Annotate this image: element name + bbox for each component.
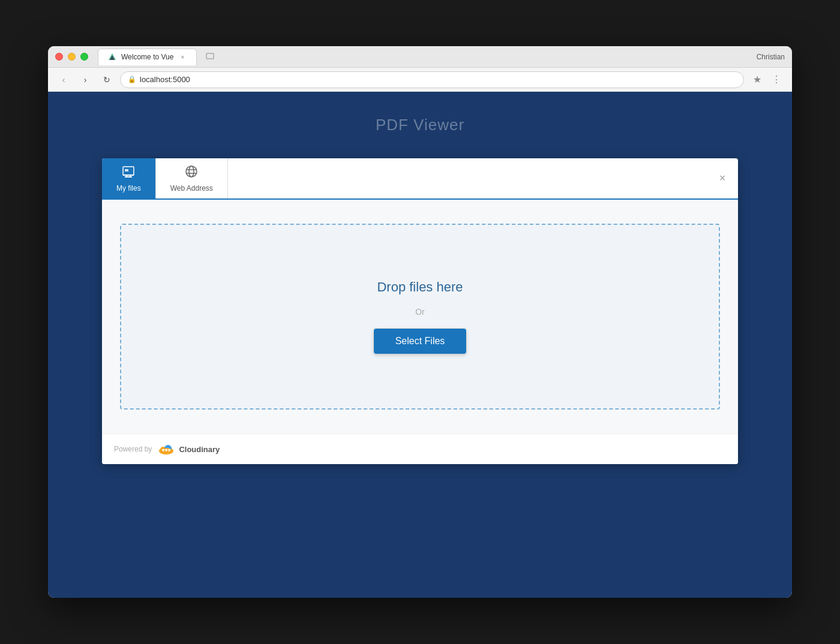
tab-favicon — [108, 53, 116, 61]
svg-point-10 — [189, 166, 194, 177]
powered-by-text: Powered by — [114, 445, 152, 453]
url-bar[interactable]: 🔒 localhost:5000 — [120, 71, 744, 88]
address-actions: ★ ⋮ — [749, 71, 785, 88]
cloudinary-name: Cloudinary — [179, 445, 220, 454]
or-text: Or — [415, 307, 425, 317]
page-title: PDF Viewer — [376, 116, 464, 134]
page-content: PDF Viewer My fi — [48, 92, 792, 598]
web-address-icon — [184, 164, 199, 182]
tab-close-button[interactable]: × — [178, 53, 187, 61]
bookmark-icon[interactable]: ★ — [749, 71, 766, 88]
fullscreen-window-button[interactable] — [80, 53, 88, 61]
cloudinary-cloud-icon — [157, 443, 176, 456]
forward-button[interactable]: › — [77, 71, 94, 88]
browser-tab[interactable]: Welcome to Vue × — [98, 49, 197, 65]
widget-tabs: My files Web Address × — [102, 158, 738, 200]
tab-web-address-label: Web Address — [170, 184, 213, 192]
traffic-lights — [55, 53, 88, 61]
back-button[interactable]: ‹ — [55, 71, 72, 88]
close-widget-button[interactable]: × — [714, 172, 738, 185]
mac-window: Welcome to Vue × Christian ‹ › ↻ 🔒 local… — [48, 46, 792, 598]
lock-icon: 🔒 — [128, 76, 136, 83]
cloudinary-logo: Cloudinary — [157, 443, 220, 456]
select-files-button[interactable]: Select Files — [374, 329, 467, 354]
widget-footer: Powered by — [102, 434, 738, 464]
widget-body: Drop files here Or Select Files — [102, 200, 738, 434]
minimize-window-button[interactable] — [68, 53, 76, 61]
tab-title: Welcome to Vue — [121, 53, 173, 61]
my-files-icon — [121, 164, 136, 182]
drop-text: Drop files here — [377, 279, 463, 295]
url-text: localhost:5000 — [140, 75, 190, 84]
upload-widget: My files Web Address × — [102, 158, 738, 464]
new-tab-button[interactable] — [202, 49, 218, 65]
browser-menu-icon[interactable]: ⋮ — [768, 71, 785, 88]
tab-my-files[interactable]: My files — [102, 158, 156, 198]
user-name: Christian — [757, 53, 785, 61]
svg-point-9 — [186, 166, 197, 177]
drop-zone[interactable]: Drop files here Or Select Files — [120, 224, 720, 410]
svg-rect-2 — [206, 53, 214, 59]
tab-web-address[interactable]: Web Address — [156, 158, 228, 198]
tab-my-files-label: My files — [116, 184, 141, 192]
title-bar: Welcome to Vue × Christian — [48, 46, 792, 68]
address-bar: ‹ › ↻ 🔒 localhost:5000 ★ ⋮ — [48, 68, 792, 92]
refresh-button[interactable]: ↻ — [98, 71, 115, 88]
close-window-button[interactable] — [55, 53, 63, 61]
svg-rect-4 — [125, 169, 128, 171]
browser-tab-area: Welcome to Vue × — [98, 46, 218, 67]
